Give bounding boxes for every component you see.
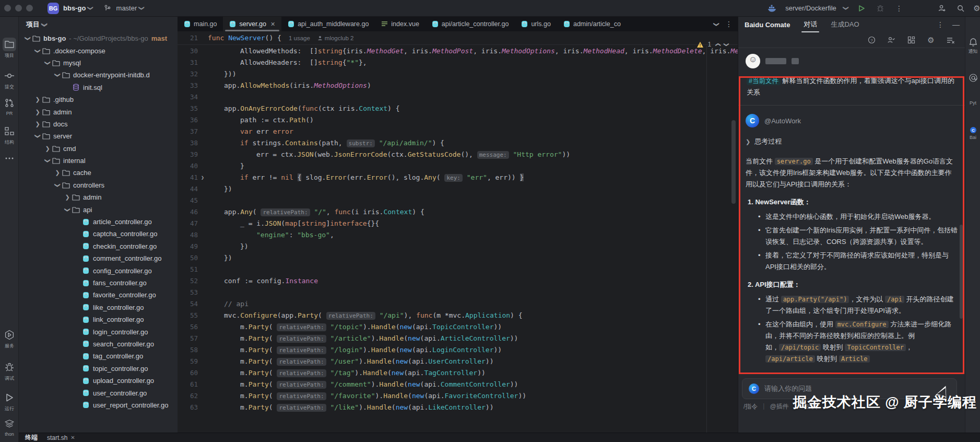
code-line-30[interactable]: 30AllowedMethods: []string{iris.MethodGe… — [178, 45, 738, 56]
code-line-57[interactable]: 57m.Party( relativePath: "/article").Han… — [178, 332, 738, 344]
chat-scrollbar[interactable] — [960, 225, 963, 319]
tree-file-upload_controller.go[interactable]: upload_controller.go — [19, 375, 178, 387]
terminal-tab[interactable]: start.sh ✕ — [47, 434, 75, 441]
code-line-50[interactable]: 50}) — [178, 252, 738, 263]
tree-folder-.docker-compose[interactable]: ❯.docker-compose — [19, 44, 178, 56]
hint-plugin[interactable]: @插件 — [770, 402, 788, 411]
tab-chat[interactable]: 对话 — [804, 17, 817, 32]
editor-tab-api/article_controller.go[interactable]: api/article_controller.go — [426, 17, 515, 31]
tree-file-config_controller.go[interactable]: config_controller.go — [19, 264, 178, 276]
code-line-34[interactable]: 34 — [178, 91, 738, 102]
tool-window-Bai[interactable]: CBai — [965, 126, 980, 140]
tool-window-提交[interactable]: 提交 — [0, 69, 19, 90]
tool-window-Pyt[interactable]: Pyt — [965, 100, 980, 106]
run-play-icon[interactable] — [856, 3, 867, 14]
tool-window-服务[interactable]: 服务 — [0, 328, 19, 350]
tree-folder-controllers[interactable]: ❯controllers — [19, 179, 178, 191]
editor-kebab-menu-icon[interactable]: ⋮ — [725, 20, 733, 28]
gear-icon[interactable]: ⚙ — [925, 34, 937, 46]
tool-window-icon[interactable] — [965, 73, 980, 83]
usage-hint[interactable]: 1 usage — [289, 35, 310, 41]
tree-file-checkin_controller.go[interactable]: checkin_controller.go — [19, 240, 178, 252]
fold-arrow-icon[interactable]: ❯ — [201, 175, 208, 180]
window-minimize-button[interactable] — [15, 5, 22, 11]
chevron-right-icon[interactable]: ❯ — [34, 121, 41, 127]
code-line-56[interactable]: 56m.Party( relativePath: "/topic").Handl… — [178, 321, 738, 332]
send-icon[interactable] — [934, 386, 949, 401]
tree-file-article_controller.go[interactable]: article_controller.go — [19, 216, 178, 228]
tab-generate-dao[interactable]: 生成DAO — [831, 17, 859, 32]
inspections-widget[interactable]: 1 ❯ ❯ — [696, 41, 728, 48]
tree-file-topic_controller.go[interactable]: topic_controller.go — [19, 363, 178, 375]
tree-file-user_report_controller.go[interactable]: user_report_controller.go — [19, 399, 178, 411]
tree-file-init.sql[interactable]: init.sql — [19, 82, 178, 94]
tree-folder-docker-entrypoint-initdb.d[interactable]: ❯docker-entrypoint-initdb.d — [19, 69, 178, 81]
tool-window-结构[interactable]: 结构 — [0, 124, 19, 146]
tree-folder-cache[interactable]: ❯cache — [19, 167, 178, 179]
tree-folder-server[interactable]: ❯server — [19, 130, 178, 142]
editor-tab-server.go[interactable]: server.go✕ — [223, 17, 281, 31]
tool-window-调试[interactable]: 调试 — [0, 360, 19, 382]
kebab-menu-icon[interactable]: ⋮ — [937, 20, 944, 29]
editor-tab-index.vue[interactable]: index.vue — [375, 17, 426, 31]
chevron-down-icon[interactable]: ❯ — [34, 133, 41, 140]
minimize-icon[interactable]: — — [952, 20, 960, 29]
tree-folder-api[interactable]: ❯api — [19, 203, 178, 215]
person-check-icon[interactable] — [885, 34, 897, 46]
code-line-54[interactable]: 54// api — [178, 298, 738, 309]
settings-icon[interactable]: ⚙ — [974, 3, 980, 14]
hint-command[interactable]: /指令 — [743, 402, 758, 411]
next-warning-icon[interactable]: ❯ — [723, 42, 729, 46]
chevron-down-icon[interactable]: ❯ — [25, 35, 31, 42]
chevron-down-icon[interactable]: ❯ — [54, 181, 61, 189]
code-line-53[interactable]: 53 — [178, 286, 738, 298]
tool-window-thon[interactable]: thon — [0, 417, 19, 437]
editor-tab-admin/article_co[interactable]: admin/article_co — [557, 17, 627, 31]
tree-folder-mysql[interactable]: ❯mysql — [19, 57, 178, 69]
code-line-40[interactable]: 40} — [178, 160, 738, 171]
code-line-48[interactable]: 48"engine": "bbs-go", — [178, 229, 738, 240]
code-editor[interactable]: 21 func NewServer() { 1 usage mlogclub 2… — [178, 31, 738, 433]
code-line-32[interactable]: 32})) — [178, 68, 738, 79]
add-user-icon[interactable] — [936, 3, 948, 14]
prev-warning-icon[interactable]: ❯ — [715, 42, 721, 46]
chevron-down-icon[interactable]: ❯ — [54, 72, 61, 79]
tree-file-comment_controller.go[interactable]: comment_controller.go — [19, 252, 178, 264]
code-line-31[interactable]: 31AllowedHeaders: []string{"*"}, — [178, 56, 738, 68]
code-line-35[interactable]: 35app.OnAnyErrorCode(func(ctx iris.Conte… — [178, 102, 738, 114]
chevron-down-icon[interactable]: ❯ — [44, 157, 51, 165]
run-configuration[interactable]: server/Dockerfile — [785, 4, 836, 12]
code-line-47[interactable]: 47_ = i.JSON(map[string]interface{}{ — [178, 217, 738, 229]
code-line-36[interactable]: 36path := ctx.Path() — [178, 114, 738, 125]
code-line-38[interactable]: 38if strings.Contains(path, substr: "/ap… — [178, 137, 738, 148]
tree-file-tag_controller.go[interactable]: tag_controller.go — [19, 350, 178, 362]
tree-folder-.github[interactable]: ❯.github — [19, 94, 178, 106]
search-icon[interactable] — [955, 3, 966, 14]
plugin-icon[interactable] — [905, 34, 917, 46]
thinking-process-toggle[interactable]: ❯ 思考过程 — [746, 137, 958, 146]
kebab-menu-icon[interactable]: ⋮ — [893, 3, 905, 14]
tree-folder-admin[interactable]: ❯admin — [19, 106, 178, 118]
chevron-right-icon[interactable]: ❯ — [34, 96, 41, 103]
tree-file-favorite_controller.go[interactable]: favorite_controller.go — [19, 289, 178, 301]
window-close-button[interactable] — [4, 5, 11, 11]
branch-name[interactable]: master — [116, 4, 137, 12]
code-line-52[interactable]: 52conf := config.Instance — [178, 275, 738, 286]
context-file-chip[interactable]: #当前文件 — [747, 77, 781, 85]
code-line-33[interactable]: 33app.AllowMethods(iris.MethodOptions) — [178, 79, 738, 91]
editor-tab-api_auth_middleware.go[interactable]: api_auth_middleware.go — [281, 17, 375, 31]
chevron-right-icon[interactable]: ❯ — [64, 194, 71, 201]
terminal-label[interactable]: 终端 — [25, 433, 38, 442]
code-line-41[interactable]: 41❯if err != nil { slog.Error(err.Error(… — [178, 171, 738, 183]
chevron-down-icon[interactable]: ❯ — [44, 59, 51, 66]
code-line-46[interactable]: 46app.Any( relativePath: "/", func(i iri… — [178, 206, 738, 217]
tool-window-more[interactable] — [0, 152, 19, 165]
chat-area[interactable]: #当前文件 解释当前文件函数的作用，着重强调这个与api接口调用的关系 C @A… — [738, 48, 965, 376]
code-line-37[interactable]: 37var err error — [178, 125, 738, 137]
tree-file-link_controller.go[interactable]: link_controller.go — [19, 313, 178, 325]
chevron-down-icon[interactable]: ❯ — [64, 206, 71, 213]
chevron-right-icon[interactable]: ❯ — [54, 169, 61, 176]
chevron-down-icon[interactable]: ❯ — [34, 47, 41, 54]
code-line-45[interactable]: 45 — [178, 194, 738, 206]
tree-folder-admin[interactable]: ❯admin — [19, 191, 178, 203]
